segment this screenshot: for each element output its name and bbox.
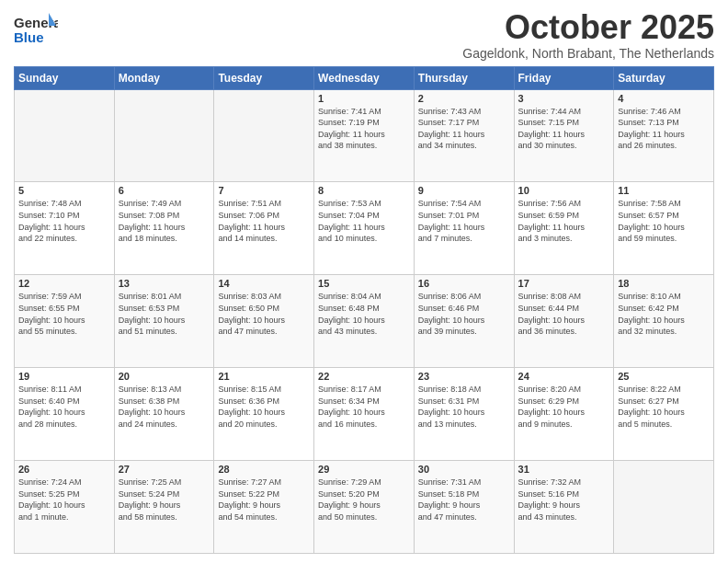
day-info: Sunrise: 7:53 AM Sunset: 7:04 PM Dayligh… [318,198,410,244]
day-info: Sunrise: 8:10 AM Sunset: 6:42 PM Dayligh… [618,291,710,337]
day-number: 9 [418,185,510,196]
day-info: Sunrise: 8:22 AM Sunset: 6:27 PM Dayligh… [618,384,710,430]
day-number: 17 [518,278,610,289]
calendar-week-4: 26Sunrise: 7:24 AM Sunset: 5:25 PM Dayli… [15,461,714,554]
weekday-header-friday: Friday [514,66,614,89]
day-info: Sunrise: 8:06 AM Sunset: 6:46 PM Dayligh… [418,291,510,337]
weekday-header-monday: Monday [114,66,214,89]
calendar-cell: 9Sunrise: 7:54 AM Sunset: 7:01 PM Daylig… [414,182,514,275]
logo-icon: General Blue [14,9,58,50]
calendar-cell: 3Sunrise: 7:44 AM Sunset: 7:15 PM Daylig… [514,89,614,182]
day-number: 2 [418,93,510,104]
calendar-cell: 4Sunrise: 7:46 AM Sunset: 7:13 PM Daylig… [614,89,714,182]
day-number: 25 [618,371,710,382]
calendar-cell: 12Sunrise: 7:59 AM Sunset: 6:55 PM Dayli… [15,275,115,368]
page: General Blue October 2025 Gageldonk, Nor… [0,0,728,563]
day-number: 14 [218,278,310,289]
day-info: Sunrise: 8:15 AM Sunset: 6:36 PM Dayligh… [218,384,310,430]
calendar-cell [114,89,214,182]
day-info: Sunrise: 7:41 AM Sunset: 7:19 PM Dayligh… [318,106,410,152]
day-number: 21 [218,371,310,382]
calendar-week-0: 1Sunrise: 7:41 AM Sunset: 7:19 PM Daylig… [15,89,714,182]
day-number: 19 [18,371,110,382]
weekday-header-wednesday: Wednesday [314,66,415,89]
day-info: Sunrise: 8:01 AM Sunset: 6:53 PM Dayligh… [119,291,210,337]
day-number: 30 [418,464,510,475]
day-number: 28 [218,464,310,475]
day-info: Sunrise: 8:11 AM Sunset: 6:40 PM Dayligh… [18,384,110,430]
title-section: October 2025 Gageldonk, North Brabant, T… [462,9,714,61]
day-info: Sunrise: 8:08 AM Sunset: 6:44 PM Dayligh… [518,291,610,337]
calendar-cell: 10Sunrise: 7:56 AM Sunset: 6:59 PM Dayli… [514,182,614,275]
calendar-cell [214,89,314,182]
day-number: 23 [418,371,510,382]
day-info: Sunrise: 7:27 AM Sunset: 5:22 PM Dayligh… [218,477,310,523]
day-number: 10 [518,185,610,196]
day-info: Sunrise: 8:18 AM Sunset: 6:31 PM Dayligh… [418,384,510,430]
day-info: Sunrise: 7:24 AM Sunset: 5:25 PM Dayligh… [18,477,110,523]
day-number: 7 [218,185,310,196]
weekday-header-sunday: Sunday [15,66,115,89]
calendar-cell: 18Sunrise: 8:10 AM Sunset: 6:42 PM Dayli… [614,275,714,368]
calendar-cell: 1Sunrise: 7:41 AM Sunset: 7:19 PM Daylig… [314,89,415,182]
day-number: 1 [318,93,410,104]
day-info: Sunrise: 8:20 AM Sunset: 6:29 PM Dayligh… [518,384,610,430]
calendar-cell: 13Sunrise: 8:01 AM Sunset: 6:53 PM Dayli… [114,275,214,368]
day-info: Sunrise: 7:25 AM Sunset: 5:24 PM Dayligh… [119,477,210,523]
day-number: 29 [318,464,410,475]
logo: General Blue [14,9,58,50]
day-number: 6 [119,185,210,196]
day-number: 16 [418,278,510,289]
calendar-cell: 30Sunrise: 7:31 AM Sunset: 5:18 PM Dayli… [414,461,514,554]
day-number: 12 [18,278,110,289]
calendar-cell: 16Sunrise: 8:06 AM Sunset: 6:46 PM Dayli… [414,275,514,368]
calendar-cell: 25Sunrise: 8:22 AM Sunset: 6:27 PM Dayli… [614,368,714,461]
calendar-week-2: 12Sunrise: 7:59 AM Sunset: 6:55 PM Dayli… [15,275,714,368]
calendar-cell: 24Sunrise: 8:20 AM Sunset: 6:29 PM Dayli… [514,368,614,461]
calendar-cell: 6Sunrise: 7:49 AM Sunset: 7:08 PM Daylig… [114,182,214,275]
calendar-cell: 22Sunrise: 8:17 AM Sunset: 6:34 PM Dayli… [314,368,415,461]
day-number: 24 [518,371,610,382]
location-title: Gageldonk, North Brabant, The Netherland… [462,46,714,61]
day-number: 5 [18,185,110,196]
month-title: October 2025 [462,9,714,46]
day-info: Sunrise: 7:32 AM Sunset: 5:16 PM Dayligh… [518,477,610,523]
calendar-cell: 29Sunrise: 7:29 AM Sunset: 5:20 PM Dayli… [314,461,415,554]
weekday-header-row: SundayMondayTuesdayWednesdayThursdayFrid… [15,66,714,89]
calendar-cell: 8Sunrise: 7:53 AM Sunset: 7:04 PM Daylig… [314,182,415,275]
day-number: 20 [119,371,210,382]
day-number: 3 [518,93,610,104]
calendar-cell: 5Sunrise: 7:48 AM Sunset: 7:10 PM Daylig… [15,182,115,275]
weekday-header-thursday: Thursday [414,66,514,89]
calendar-cell: 14Sunrise: 8:03 AM Sunset: 6:50 PM Dayli… [214,275,314,368]
calendar-cell: 21Sunrise: 8:15 AM Sunset: 6:36 PM Dayli… [214,368,314,461]
day-number: 26 [18,464,110,475]
day-number: 13 [119,278,210,289]
day-number: 4 [618,93,710,104]
svg-text:Blue: Blue [14,29,44,45]
day-info: Sunrise: 7:31 AM Sunset: 5:18 PM Dayligh… [418,477,510,523]
calendar-week-3: 19Sunrise: 8:11 AM Sunset: 6:40 PM Dayli… [15,368,714,461]
day-number: 8 [318,185,410,196]
day-info: Sunrise: 7:59 AM Sunset: 6:55 PM Dayligh… [18,291,110,337]
day-number: 31 [518,464,610,475]
day-info: Sunrise: 7:54 AM Sunset: 7:01 PM Dayligh… [418,198,510,244]
day-info: Sunrise: 8:03 AM Sunset: 6:50 PM Dayligh… [218,291,310,337]
calendar-cell: 17Sunrise: 8:08 AM Sunset: 6:44 PM Dayli… [514,275,614,368]
day-info: Sunrise: 7:58 AM Sunset: 6:57 PM Dayligh… [618,198,710,244]
calendar-cell [15,89,115,182]
day-number: 22 [318,371,410,382]
day-number: 27 [119,464,210,475]
day-number: 15 [318,278,410,289]
weekday-header-tuesday: Tuesday [214,66,314,89]
day-info: Sunrise: 7:49 AM Sunset: 7:08 PM Dayligh… [119,198,210,244]
day-info: Sunrise: 7:56 AM Sunset: 6:59 PM Dayligh… [518,198,610,244]
calendar-cell: 26Sunrise: 7:24 AM Sunset: 5:25 PM Dayli… [15,461,115,554]
calendar-table: SundayMondayTuesdayWednesdayThursdayFrid… [14,66,714,554]
calendar-cell: 27Sunrise: 7:25 AM Sunset: 5:24 PM Dayli… [114,461,214,554]
calendar-cell: 20Sunrise: 8:13 AM Sunset: 6:38 PM Dayli… [114,368,214,461]
calendar-cell: 28Sunrise: 7:27 AM Sunset: 5:22 PM Dayli… [214,461,314,554]
calendar-cell: 7Sunrise: 7:51 AM Sunset: 7:06 PM Daylig… [214,182,314,275]
calendar-cell: 31Sunrise: 7:32 AM Sunset: 5:16 PM Dayli… [514,461,614,554]
header: General Blue October 2025 Gageldonk, Nor… [14,9,714,61]
